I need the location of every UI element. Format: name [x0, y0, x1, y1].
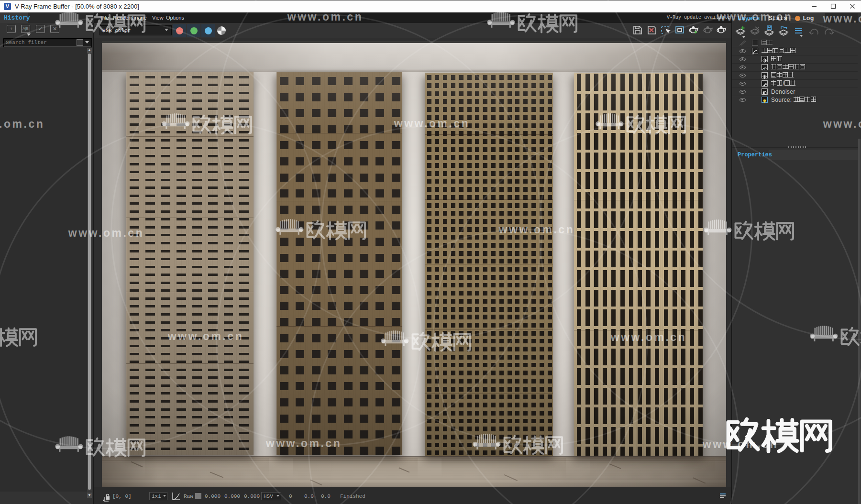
svg-text:S: S — [763, 68, 765, 71]
